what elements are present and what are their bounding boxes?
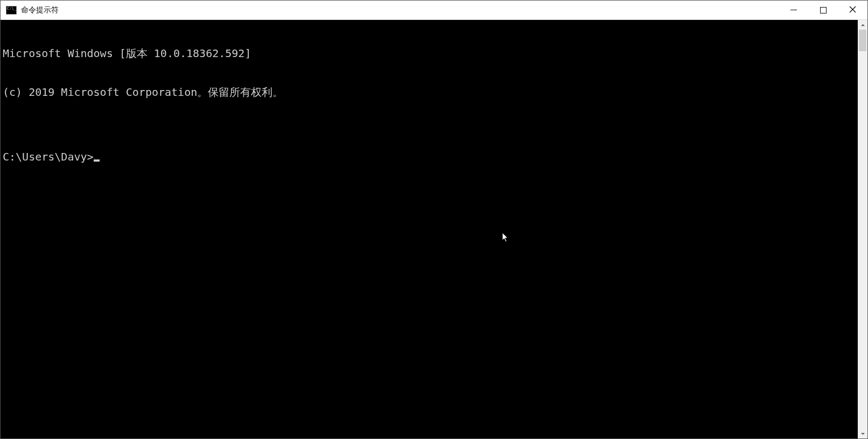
- scrollbar-down-button[interactable]: [858, 429, 867, 438]
- window-controls: [779, 1, 867, 19]
- maximize-button[interactable]: [808, 1, 838, 19]
- minimize-icon: [790, 10, 797, 10]
- close-button[interactable]: [838, 1, 867, 19]
- prompt-text: C:\Users\Davy>: [3, 150, 94, 163]
- text-cursor: [94, 159, 100, 162]
- terminal-container: Microsoft Windows [版本 10.0.18362.592] (c…: [1, 20, 867, 438]
- maximize-icon: [820, 7, 827, 13]
- chevron-down-icon: [860, 431, 865, 436]
- app-icon: [6, 6, 17, 15]
- version-line: Microsoft Windows [版本 10.0.18362.592]: [3, 47, 856, 60]
- scrollbar-track[interactable]: [858, 30, 867, 429]
- scrollbar-up-button[interactable]: [858, 20, 867, 30]
- window-title: 命令提示符: [21, 5, 779, 15]
- vertical-scrollbar[interactable]: [858, 20, 867, 438]
- titlebar[interactable]: 命令提示符: [1, 1, 867, 20]
- copyright-line: (c) 2019 Microsoft Corporation。保留所有权利。: [3, 86, 856, 99]
- mouse-cursor-icon: [450, 219, 509, 259]
- scrollbar-thumb[interactable]: [859, 30, 866, 51]
- minimize-button[interactable]: [779, 1, 808, 19]
- command-prompt-window: 命令提示符 Microsoft Windows [版本 10.0.18362.5…: [0, 0, 868, 439]
- prompt-line: C:\Users\Davy>: [3, 150, 856, 163]
- close-icon: [849, 5, 856, 15]
- terminal-output[interactable]: Microsoft Windows [版本 10.0.18362.592] (c…: [1, 20, 858, 438]
- chevron-up-icon: [860, 23, 865, 27]
